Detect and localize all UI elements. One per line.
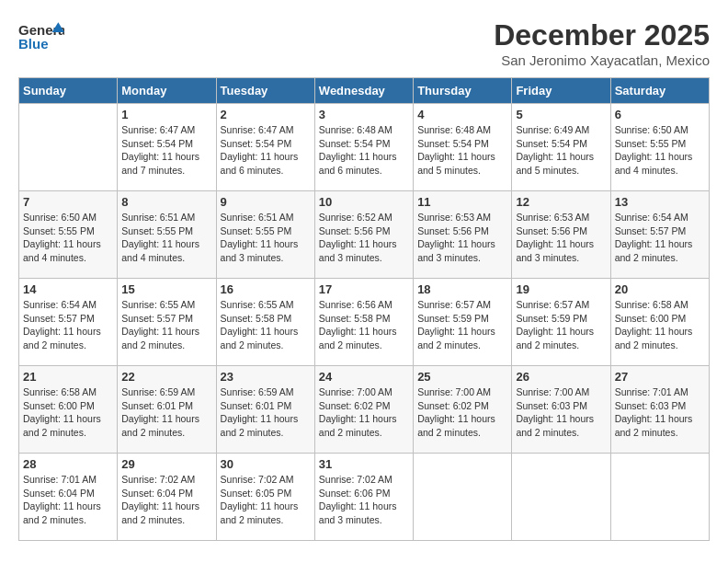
table-row (512, 454, 610, 541)
day-number: 4 (417, 108, 507, 121)
table-row: 26Sunrise: 7:00 AMSunset: 6:03 PMDayligh… (512, 366, 610, 454)
week-row-4: 21Sunrise: 6:58 AMSunset: 6:00 PMDayligh… (19, 366, 710, 454)
day-info: Sunrise: 6:54 AMSunset: 5:57 PMDaylight:… (23, 298, 113, 352)
table-row: 20Sunrise: 6:58 AMSunset: 6:00 PMDayligh… (610, 279, 709, 366)
table-row: 31Sunrise: 7:02 AMSunset: 6:06 PMDayligh… (314, 454, 413, 541)
day-info: Sunrise: 6:55 AMSunset: 5:57 PMDaylight:… (121, 298, 211, 352)
day-info: Sunrise: 6:55 AMSunset: 5:58 PMDaylight:… (221, 298, 311, 352)
day-number: 15 (121, 282, 211, 296)
header-friday: Friday (512, 78, 610, 104)
table-row: 2Sunrise: 6:47 AMSunset: 5:54 PMDaylight… (216, 104, 314, 191)
table-row: 4Sunrise: 6:48 AMSunset: 5:54 PMDaylight… (414, 104, 512, 191)
table-row: 18Sunrise: 6:57 AMSunset: 5:59 PMDayligh… (414, 279, 512, 366)
day-number: 11 (417, 195, 507, 209)
day-number: 12 (516, 195, 606, 209)
table-row: 11Sunrise: 6:53 AMSunset: 5:56 PMDayligh… (414, 191, 512, 279)
header-wednesday: Wednesday (314, 78, 413, 104)
table-row: 29Sunrise: 7:02 AMSunset: 6:04 PMDayligh… (118, 454, 216, 541)
table-row: 8Sunrise: 6:51 AMSunset: 5:55 PMDaylight… (118, 191, 216, 279)
day-info: Sunrise: 7:01 AMSunset: 6:03 PMDaylight:… (615, 385, 705, 440)
table-row: 27Sunrise: 7:01 AMSunset: 6:03 PMDayligh… (610, 366, 709, 454)
day-info: Sunrise: 6:57 AMSunset: 5:59 PMDaylight:… (516, 298, 606, 352)
table-row: 5Sunrise: 6:49 AMSunset: 5:54 PMDaylight… (512, 104, 610, 191)
table-row: 17Sunrise: 6:56 AMSunset: 5:58 PMDayligh… (314, 279, 413, 366)
table-row: 22Sunrise: 6:59 AMSunset: 6:01 PMDayligh… (118, 366, 216, 454)
day-info: Sunrise: 7:02 AMSunset: 6:06 PMDaylight:… (319, 473, 409, 527)
day-info: Sunrise: 7:00 AMSunset: 6:02 PMDaylight:… (417, 385, 507, 440)
day-info: Sunrise: 6:48 AMSunset: 5:54 PMDaylight:… (417, 123, 507, 178)
table-row: 9Sunrise: 6:51 AMSunset: 5:55 PMDaylight… (216, 191, 314, 279)
day-number: 3 (319, 108, 409, 121)
day-info: Sunrise: 6:57 AMSunset: 5:59 PMDaylight:… (417, 298, 507, 352)
week-row-1: 1Sunrise: 6:47 AMSunset: 5:54 PMDaylight… (19, 104, 710, 191)
day-number: 22 (121, 370, 211, 384)
header-saturday: Saturday (610, 78, 709, 104)
day-info: Sunrise: 6:53 AMSunset: 5:56 PMDaylight:… (516, 211, 606, 265)
header-tuesday: Tuesday (216, 78, 314, 104)
table-row: 7Sunrise: 6:50 AMSunset: 5:55 PMDaylight… (19, 191, 118, 279)
day-number: 6 (615, 108, 705, 121)
day-number: 14 (23, 282, 113, 296)
table-row: 28Sunrise: 7:01 AMSunset: 6:04 PMDayligh… (19, 454, 118, 541)
day-info: Sunrise: 6:49 AMSunset: 5:54 PMDaylight:… (516, 123, 606, 178)
day-number: 28 (23, 457, 113, 471)
day-number: 19 (516, 282, 606, 296)
table-row: 6Sunrise: 6:50 AMSunset: 5:55 PMDaylight… (610, 104, 709, 191)
page-subtitle: San Jeronimo Xayacatlan, Mexico (494, 52, 710, 68)
page-title: December 2025 (494, 18, 710, 52)
day-info: Sunrise: 6:50 AMSunset: 5:55 PMDaylight:… (615, 123, 705, 178)
day-info: Sunrise: 6:50 AMSunset: 5:55 PMDaylight:… (23, 211, 113, 265)
header-sunday: Sunday (19, 78, 118, 104)
day-number: 18 (417, 282, 507, 296)
day-number: 26 (516, 370, 606, 384)
table-row: 16Sunrise: 6:55 AMSunset: 5:58 PMDayligh… (216, 279, 314, 366)
day-info: Sunrise: 6:58 AMSunset: 6:00 PMDaylight:… (615, 298, 705, 352)
day-info: Sunrise: 6:52 AMSunset: 5:56 PMDaylight:… (319, 211, 409, 265)
header-thursday: Thursday (414, 78, 512, 104)
title-block: December 2025 San Jeronimo Xayacatlan, M… (494, 18, 710, 68)
table-row: 13Sunrise: 6:54 AMSunset: 5:57 PMDayligh… (610, 191, 709, 279)
table-row (19, 104, 118, 191)
day-info: Sunrise: 6:51 AMSunset: 5:55 PMDaylight:… (221, 211, 311, 265)
calendar-header-row: SundayMondayTuesdayWednesdayThursdayFrid… (19, 78, 710, 104)
day-number: 2 (221, 108, 311, 121)
day-number: 24 (319, 370, 409, 384)
table-row: 1Sunrise: 6:47 AMSunset: 5:54 PMDaylight… (118, 104, 216, 191)
table-row: 15Sunrise: 6:55 AMSunset: 5:57 PMDayligh… (118, 279, 216, 366)
day-info: Sunrise: 6:59 AMSunset: 6:01 PMDaylight:… (121, 385, 211, 440)
day-number: 20 (615, 282, 705, 296)
day-info: Sunrise: 6:54 AMSunset: 5:57 PMDaylight:… (615, 211, 705, 265)
day-number: 9 (221, 195, 311, 209)
page-header: General Blue December 2025 San Jeronimo … (18, 18, 710, 68)
table-row: 10Sunrise: 6:52 AMSunset: 5:56 PMDayligh… (314, 191, 413, 279)
day-info: Sunrise: 6:48 AMSunset: 5:54 PMDaylight:… (319, 123, 409, 178)
table-row: 30Sunrise: 7:02 AMSunset: 6:05 PMDayligh… (216, 454, 314, 541)
logo-icon: General Blue (18, 18, 64, 55)
day-number: 29 (121, 457, 211, 471)
day-number: 27 (615, 370, 705, 384)
calendar-table: SundayMondayTuesdayWednesdayThursdayFrid… (18, 77, 710, 541)
week-row-2: 7Sunrise: 6:50 AMSunset: 5:55 PMDaylight… (19, 191, 710, 279)
day-number: 13 (615, 195, 705, 209)
day-number: 23 (221, 370, 311, 384)
day-info: Sunrise: 7:00 AMSunset: 6:03 PMDaylight:… (516, 385, 606, 440)
day-number: 25 (417, 370, 507, 384)
day-number: 1 (121, 108, 211, 121)
day-info: Sunrise: 6:53 AMSunset: 5:56 PMDaylight:… (417, 211, 507, 265)
table-row (610, 454, 709, 541)
day-number: 7 (23, 195, 113, 209)
day-info: Sunrise: 6:51 AMSunset: 5:55 PMDaylight:… (121, 211, 211, 265)
table-row: 19Sunrise: 6:57 AMSunset: 5:59 PMDayligh… (512, 279, 610, 366)
day-info: Sunrise: 6:59 AMSunset: 6:01 PMDaylight:… (221, 385, 311, 440)
table-row: 3Sunrise: 6:48 AMSunset: 5:54 PMDaylight… (314, 104, 413, 191)
day-info: Sunrise: 6:56 AMSunset: 5:58 PMDaylight:… (319, 298, 409, 352)
table-row: 12Sunrise: 6:53 AMSunset: 5:56 PMDayligh… (512, 191, 610, 279)
day-number: 17 (319, 282, 409, 296)
week-row-3: 14Sunrise: 6:54 AMSunset: 5:57 PMDayligh… (19, 279, 710, 366)
day-number: 8 (121, 195, 211, 209)
day-number: 30 (221, 457, 311, 471)
day-info: Sunrise: 6:58 AMSunset: 6:00 PMDaylight:… (23, 385, 113, 440)
table-row (414, 454, 512, 541)
week-row-5: 28Sunrise: 7:01 AMSunset: 6:04 PMDayligh… (19, 454, 710, 541)
logo: General Blue (18, 18, 64, 55)
